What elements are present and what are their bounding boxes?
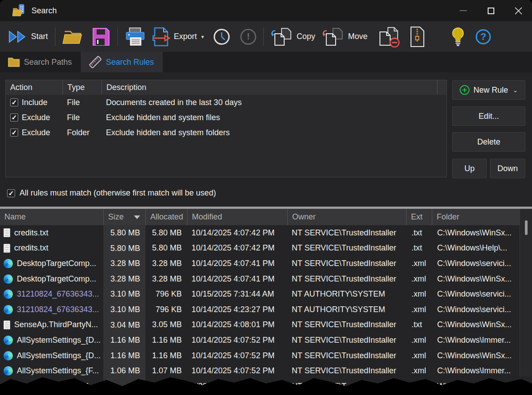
delete-rule-button[interactable]: Delete bbox=[452, 132, 525, 152]
copy-icon bbox=[271, 27, 293, 47]
ruler-icon bbox=[89, 56, 102, 68]
start-button[interactable]: Start bbox=[4, 27, 51, 46]
help-button[interactable]: ? bbox=[472, 27, 494, 47]
tab-search-paths[interactable]: Search Paths bbox=[0, 52, 81, 72]
rules-col-action[interactable]: Action bbox=[6, 80, 63, 95]
results-col-name[interactable]: Name bbox=[0, 209, 103, 225]
save-button[interactable] bbox=[87, 24, 114, 49]
result-ext-cell: .xml bbox=[406, 259, 432, 268]
minimize-button[interactable] bbox=[450, 0, 477, 21]
result-size-cell: 3.10 MB bbox=[103, 302, 145, 317]
rule-enabled-checkbox[interactable]: ✓ bbox=[10, 113, 18, 121]
result-ext-cell: .xml bbox=[406, 366, 432, 375]
result-name-cell: credits.txt bbox=[0, 243, 103, 253]
results-col-owner[interactable]: Owner bbox=[287, 209, 406, 225]
results-pane: Name Size Allocated Modified Owner Ext F… bbox=[0, 209, 532, 395]
all-rules-match-checkbox[interactable]: ✓ bbox=[7, 189, 15, 197]
result-row[interactable]: credits.txt5.80 MB5.80 MB10/14/2025 4:07… bbox=[0, 225, 520, 241]
delete-files-button[interactable] bbox=[373, 23, 404, 50]
maximize-button[interactable] bbox=[477, 0, 505, 21]
edit-rule-button[interactable]: Edit... bbox=[452, 106, 525, 126]
print-button[interactable] bbox=[121, 24, 149, 49]
result-modified-cell: 10/14/2025 4:07:42 PM bbox=[187, 228, 287, 238]
zip-button[interactable] bbox=[406, 23, 429, 50]
result-name-cell: 31210824_67636343... bbox=[0, 305, 103, 314]
move-rule-down-button[interactable]: Down bbox=[490, 159, 525, 178]
results-col-size[interactable]: Size bbox=[103, 209, 145, 225]
export-label: Export bbox=[174, 32, 197, 41]
all-rules-match-row: ✓ All rules must match (otherwise first … bbox=[7, 188, 216, 198]
folder-icon bbox=[8, 57, 20, 67]
errors-button[interactable]: ! bbox=[237, 26, 260, 47]
results-col-modified[interactable]: Modified bbox=[187, 209, 287, 225]
rule-row[interactable]: ✓IncludeFileDocuments created in the las… bbox=[6, 95, 446, 110]
rule-enabled-checkbox[interactable]: ✓ bbox=[10, 129, 18, 137]
result-row[interactable]: SenseAp.ThirdPartyN...3.04 MB3.05 MB10/1… bbox=[0, 317, 520, 333]
result-owner-cell: NT SERVICE\TrustedInstaller bbox=[287, 366, 406, 375]
save-icon bbox=[91, 27, 110, 47]
close-icon bbox=[515, 7, 522, 15]
result-name-label: credits.txt bbox=[14, 243, 48, 253]
rule-description-cell: Exclude hidden and system folders bbox=[102, 128, 437, 137]
search-window: Search Start bbox=[0, 0, 532, 395]
result-size-cell: 3.04 MB bbox=[103, 317, 145, 333]
rules-col-type[interactable]: Type bbox=[63, 80, 102, 95]
result-row[interactable]: AllSystemSettings_{F...1.06 MB1.07 MB10/… bbox=[0, 363, 520, 379]
results-header: Name Size Allocated Modified Owner Ext F… bbox=[0, 209, 520, 225]
rule-enabled-checkbox[interactable]: ✓ bbox=[10, 98, 18, 106]
rules-col-spacer bbox=[437, 80, 446, 95]
text-file-icon bbox=[4, 244, 10, 253]
tab-label: Search Paths bbox=[24, 58, 72, 67]
move-icon bbox=[322, 27, 344, 47]
result-size-cell: 1.06 MB bbox=[103, 363, 145, 379]
sort-desc-icon bbox=[134, 215, 140, 219]
result-allocated-cell: 3.28 MB bbox=[145, 274, 187, 284]
result-allocated-cell: 1.16 MB bbox=[145, 351, 187, 360]
export-button[interactable]: Export ▾ bbox=[149, 24, 207, 50]
result-ext-cell: .txt bbox=[406, 320, 432, 329]
print-icon bbox=[125, 27, 145, 47]
tips-button[interactable] bbox=[446, 24, 469, 50]
result-row[interactable]: DesktopTargetComp...3.28 MB3.28 MB10/14/… bbox=[0, 256, 520, 271]
warning-icon: ! bbox=[240, 29, 256, 45]
scrollbar-thumb[interactable] bbox=[525, 220, 528, 235]
results-col-allocated[interactable]: Allocated bbox=[145, 209, 187, 225]
rules-col-description[interactable]: Description bbox=[102, 80, 437, 95]
result-name-cell: AllSystemSettings_{F... bbox=[0, 366, 103, 375]
rule-type-cell: File bbox=[63, 113, 102, 122]
rule-action-label: Exclude bbox=[22, 113, 50, 122]
result-modified-cell: 10/14/2025 4:07:52 PM bbox=[187, 351, 287, 360]
result-folder-cell: C:\Windows\Immer... bbox=[432, 336, 520, 345]
result-name-cell: AllSystemSettings_{D... bbox=[0, 351, 103, 360]
result-size-cell: 3.28 MB bbox=[103, 271, 145, 287]
toolbar-separator bbox=[55, 27, 55, 46]
move-button[interactable]: Move bbox=[319, 24, 371, 50]
copy-button[interactable]: Copy bbox=[267, 24, 319, 50]
close-button[interactable] bbox=[505, 0, 532, 21]
new-rule-button[interactable]: + New Rule ⌄ bbox=[452, 80, 525, 100]
result-row[interactable]: credits.txt5.80 MB5.80 MB10/14/2025 4:07… bbox=[0, 241, 520, 256]
results-col-ext[interactable]: Ext bbox=[406, 209, 432, 225]
edge-file-icon bbox=[4, 305, 13, 314]
tab-search-rules[interactable]: Search Rules bbox=[81, 52, 163, 72]
open-button[interactable] bbox=[59, 25, 87, 49]
result-allocated-cell: 5.80 MB bbox=[145, 243, 187, 253]
result-size-cell: 3.10 MB bbox=[103, 286, 145, 302]
rule-description-cell: Documents created in the last 30 days bbox=[102, 98, 437, 107]
result-ext-cell: .xml bbox=[406, 274, 432, 284]
edge-file-icon bbox=[4, 336, 13, 345]
result-allocated-cell: 1.16 MB bbox=[145, 336, 187, 345]
result-row[interactable]: 31210824_67636343...3.10 MB796 KB10/14/2… bbox=[0, 302, 520, 317]
schedule-button[interactable] bbox=[210, 26, 233, 47]
all-rules-match-label: All rules must match (otherwise first ma… bbox=[20, 188, 216, 198]
result-owner-cell: NT SERVICE\TrustedInstaller bbox=[287, 259, 406, 268]
results-col-folder[interactable]: Folder bbox=[432, 209, 520, 225]
results-scrollbar[interactable] bbox=[520, 209, 532, 376]
result-row[interactable]: DesktopTargetComp...3.28 MB3.28 MB10/14/… bbox=[0, 271, 520, 287]
move-rule-up-button[interactable]: Up bbox=[452, 159, 487, 178]
result-row[interactable]: AllSystemSettings_{D...1.16 MB1.16 MB10/… bbox=[0, 348, 520, 364]
rule-row[interactable]: ✓ExcludeFileExclude hidden and system fi… bbox=[6, 110, 446, 125]
result-row[interactable]: AllSystemSettings_{D...1.16 MB1.16 MB10/… bbox=[0, 332, 520, 348]
result-row[interactable]: 31210824_67636343...3.10 MB796 KB10/15/2… bbox=[0, 286, 520, 302]
rule-row[interactable]: ✓ExcludeFolderExclude hidden and system … bbox=[6, 125, 446, 140]
